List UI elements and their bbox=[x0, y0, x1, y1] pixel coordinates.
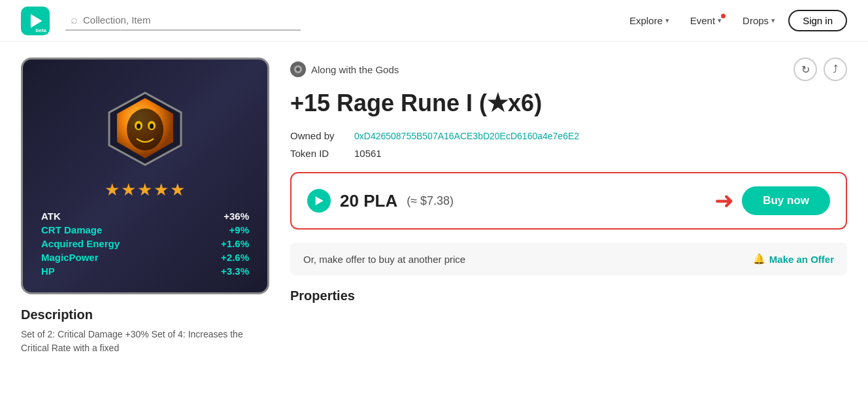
main-content: ★★★★★ ATK +36% CRT Damage +9% Acquired E… bbox=[0, 42, 868, 371]
collection-name-text: Along with the Gods bbox=[311, 64, 399, 75]
buy-action-area: ➜ Buy now bbox=[714, 186, 830, 215]
stat-crt: CRT Damage +9% bbox=[41, 224, 249, 235]
nft-detail-panel: Along with the Gods ↻ ⤴ +15 Rage Rune I … bbox=[290, 58, 847, 355]
stat-energy: Acquired Energy +1.6% bbox=[41, 238, 249, 249]
stat-magic: MagicPower +2.6% bbox=[41, 252, 249, 263]
sign-in-button[interactable]: Sign in bbox=[788, 10, 847, 31]
search-bar[interactable]: ⌕ bbox=[65, 10, 301, 31]
svg-point-10 bbox=[296, 67, 300, 71]
nft-title: +15 Rage Rune I (★x6) bbox=[290, 89, 847, 117]
owned-by-row: Owned by 0xD426508755B507A16ACE3bD20EcD6… bbox=[290, 130, 847, 141]
make-offer-link[interactable]: 🔔 Make an Offer bbox=[753, 253, 834, 265]
nav-explore[interactable]: Explore ▾ bbox=[622, 11, 677, 30]
event-notification-dot bbox=[721, 14, 726, 18]
refresh-button[interactable]: ↻ bbox=[793, 58, 817, 81]
price-area: 20 PLA (≈ $7.38) bbox=[307, 189, 454, 213]
logo[interactable]: beta bbox=[21, 7, 50, 35]
nav-event[interactable]: Event ▾ bbox=[682, 11, 729, 30]
properties-title: Properties bbox=[290, 288, 847, 303]
header: beta ⌕ Explore ▾ Event ▾ Drops ▾ Sign in bbox=[0, 0, 868, 42]
nft-image-box: ★★★★★ ATK +36% CRT Damage +9% Acquired E… bbox=[21, 58, 269, 294]
pla-icon bbox=[307, 189, 331, 213]
svg-point-6 bbox=[137, 124, 141, 129]
beta-badge: beta bbox=[34, 27, 48, 34]
owned-by-label: Owned by bbox=[290, 130, 349, 141]
description-text: Set of 2: Critical Damage +30% Set of 4:… bbox=[21, 328, 269, 355]
logo-icon: beta bbox=[21, 7, 50, 35]
search-icon: ⌕ bbox=[71, 13, 78, 27]
buy-box: 20 PLA (≈ $7.38) ➜ Buy now bbox=[290, 172, 847, 230]
offer-row: Or, make offer to buy at another price 🔔… bbox=[290, 243, 847, 275]
offer-text: Or, make offer to buy at another price bbox=[303, 254, 465, 265]
stat-atk: ATK +36% bbox=[41, 211, 249, 222]
nav-drops[interactable]: Drops ▾ bbox=[735, 11, 783, 30]
drops-chevron-icon: ▾ bbox=[771, 16, 775, 25]
nft-stars: ★★★★★ bbox=[105, 180, 186, 200]
price-usd: (≈ $7.38) bbox=[407, 194, 454, 208]
share-icon: ⤴ bbox=[833, 63, 838, 75]
buy-now-button[interactable]: Buy now bbox=[742, 186, 830, 215]
action-icons: ↻ ⤴ bbox=[793, 58, 847, 81]
svg-marker-11 bbox=[316, 196, 324, 205]
token-id-row: Token ID 10561 bbox=[290, 148, 847, 159]
explore-chevron-icon: ▾ bbox=[665, 16, 669, 25]
nft-gem-image bbox=[99, 83, 191, 175]
token-id-label: Token ID bbox=[290, 148, 349, 159]
svg-marker-0 bbox=[31, 14, 42, 27]
refresh-icon: ↻ bbox=[801, 63, 810, 76]
owner-address[interactable]: 0xD426508755B507A16ACE3bD20EcD6160a4e7e6… bbox=[354, 131, 579, 141]
search-input[interactable] bbox=[83, 14, 295, 26]
collection-name: Along with the Gods bbox=[290, 61, 399, 77]
share-button[interactable]: ⤴ bbox=[824, 58, 847, 81]
nft-stats: ATK +36% CRT Damage +9% Acquired Energy … bbox=[36, 211, 254, 279]
token-id-value: 10561 bbox=[354, 148, 382, 159]
price-amount: 20 PLA bbox=[340, 191, 397, 211]
bell-icon: 🔔 bbox=[753, 253, 765, 265]
stat-hp: HP +3.3% bbox=[41, 266, 249, 277]
svg-point-3 bbox=[127, 109, 163, 150]
arrow-right-icon: ➜ bbox=[714, 189, 734, 213]
collection-row: Along with the Gods ↻ ⤴ bbox=[290, 58, 847, 81]
header-nav: Explore ▾ Event ▾ Drops ▾ Sign in bbox=[622, 10, 847, 31]
nft-card-panel: ★★★★★ ATK +36% CRT Damage +9% Acquired E… bbox=[21, 58, 269, 355]
collection-icon bbox=[290, 61, 306, 77]
svg-point-7 bbox=[150, 124, 154, 129]
description-title: Description bbox=[21, 307, 269, 322]
